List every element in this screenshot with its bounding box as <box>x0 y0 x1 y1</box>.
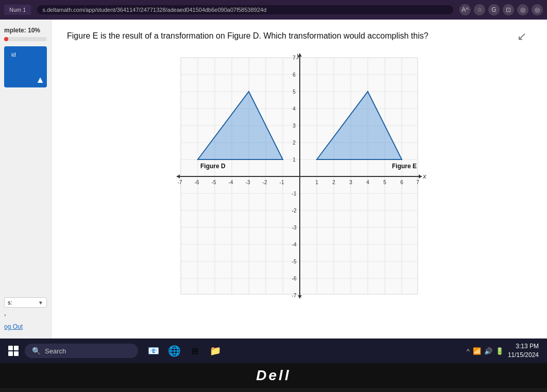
browser-icon-g[interactable]: G <box>488 4 500 15</box>
clock-time: 3:13 PM <box>508 342 539 351</box>
search-icon: 🔍 <box>32 347 41 355</box>
svg-marker-33 <box>419 174 422 179</box>
dell-logo: Dell <box>256 367 290 384</box>
svg-text:-3: -3 <box>246 180 250 185</box>
taskbar-search-box[interactable]: 🔍 Search <box>25 344 138 358</box>
svg-text:3: 3 <box>349 180 352 185</box>
svg-text:7: 7 <box>416 180 419 185</box>
svg-text:-1: -1 <box>292 191 297 197</box>
windows-icon <box>8 346 19 356</box>
progress-bar <box>4 37 47 41</box>
svg-marker-36 <box>298 295 302 298</box>
svg-text:-6: -6 <box>292 276 297 281</box>
figure-d-label: Figure D <box>200 163 226 170</box>
browser-icon-star[interactable]: ☆ <box>474 4 485 15</box>
browser-chrome: Num 1 s.deltamath.com/app/student/364114… <box>0 0 547 20</box>
svg-text:7: 7 <box>293 55 296 61</box>
svg-text:-2: -2 <box>263 180 267 185</box>
sidebar-blue-box[interactable]: id ▲ <box>4 46 47 87</box>
coordinate-graph: x y -7 -6 -5 -4 -3 -2 -1 1 2 3 4 5 6 7 <box>165 52 433 305</box>
svg-text:2: 2 <box>332 180 335 185</box>
svg-text:-2: -2 <box>292 208 297 213</box>
graph-container: x y -7 -6 -5 -4 -3 -2 -1 1 2 3 4 5 6 7 <box>67 52 532 305</box>
svg-text:-3: -3 <box>292 225 297 230</box>
dropdown-chevron-icon: ▼ <box>38 300 43 306</box>
browser-tab-active[interactable]: Num 1 <box>4 5 31 15</box>
sidebar-dropdown[interactable]: s: ▼ <box>4 297 47 308</box>
svg-text:-5: -5 <box>212 180 216 185</box>
browser-icon-ext1[interactable]: ◎ <box>517 4 528 15</box>
svg-text:5: 5 <box>383 180 386 185</box>
page-content: mplete: 10% id ▲ s: ▼ › og Out Figure E … <box>0 20 547 338</box>
svg-text:5: 5 <box>293 89 296 95</box>
svg-text:x: x <box>422 172 426 180</box>
taskbar-app-folder[interactable]: 📁 <box>206 342 225 360</box>
browser-icon-a[interactable]: A^ <box>459 4 471 15</box>
url-bar[interactable]: s.deltamath.com/app/student/3641147/2477… <box>37 5 453 14</box>
clock-date: 11/15/2024 <box>508 351 539 360</box>
svg-text:1: 1 <box>315 180 318 185</box>
main-content: Figure E is the result of a transformati… <box>52 20 547 338</box>
svg-text:-7: -7 <box>178 180 182 185</box>
taskbar-search-label: Search <box>45 347 66 355</box>
sidebar-up-arrow[interactable]: ▲ <box>36 75 45 85</box>
taskbar-tray: ^ 📶 🔊 🔋 3:13 PM 11/15/2024 <box>467 342 543 360</box>
svg-text:-1: -1 <box>280 180 284 185</box>
svg-text:1: 1 <box>293 157 296 163</box>
svg-text:4: 4 <box>366 180 369 185</box>
browser-icon-box[interactable]: ⊡ <box>503 4 514 15</box>
svg-text:-5: -5 <box>292 259 297 264</box>
svg-text:4: 4 <box>293 106 296 112</box>
dell-area: Dell <box>0 363 547 388</box>
taskbar-clock[interactable]: 3:13 PM 11/15/2024 <box>508 342 539 360</box>
figure-e-label: Figure E <box>392 163 417 170</box>
taskbar-app-grid[interactable]: ⊞ <box>185 342 204 360</box>
volume-icon[interactable]: 🔊 <box>484 347 492 355</box>
taskbar-app-icons: 📧 🌐 ⊞ 📁 <box>144 342 225 360</box>
svg-text:-4: -4 <box>229 180 233 185</box>
svg-text:6: 6 <box>400 180 403 185</box>
tray-icons: ^ 📶 🔊 🔋 <box>467 347 504 355</box>
wifi-icon[interactable]: 📶 <box>473 347 481 355</box>
svg-text:6: 6 <box>293 72 296 78</box>
taskbar: 🔍 Search 📧 🌐 ⊞ 📁 ^ 📶 🔊 🔋 3:13 PM 11/15/2… <box>0 338 547 363</box>
browser-icon-ext2[interactable]: ◎ <box>532 4 543 15</box>
start-button[interactable] <box>4 342 23 360</box>
expand-chevron-icon: › <box>4 312 6 318</box>
svg-text:-4: -4 <box>292 242 297 247</box>
browser-toolbar-icons: A^ ☆ G ⊡ ◎ ◎ <box>459 4 543 15</box>
svg-text:3: 3 <box>293 123 296 129</box>
taskbar-app-mail[interactable]: 📧 <box>144 342 163 360</box>
svg-text:-6: -6 <box>195 180 199 185</box>
progress-fill <box>4 37 8 41</box>
tray-caret-icon[interactable]: ^ <box>467 347 470 355</box>
svg-text:2: 2 <box>293 140 296 146</box>
sidebar-dropdown-value: s: <box>8 299 12 306</box>
sidebar-expand[interactable]: › <box>0 310 51 320</box>
battery-icon[interactable]: 🔋 <box>495 347 504 355</box>
taskbar-app-browser[interactable]: 🌐 <box>165 342 183 360</box>
sidebar-id-label: id <box>7 49 20 60</box>
cursor-icon: ↙ <box>517 30 526 43</box>
svg-marker-34 <box>177 174 180 179</box>
sidebar: mplete: 10% id ▲ s: ▼ › og Out <box>0 20 52 338</box>
svg-text:-7: -7 <box>292 293 297 298</box>
question-text: Figure E is the result of a transformati… <box>67 30 479 42</box>
logout-link[interactable]: og Out <box>0 320 51 333</box>
progress-label: mplete: 10% <box>0 25 51 36</box>
